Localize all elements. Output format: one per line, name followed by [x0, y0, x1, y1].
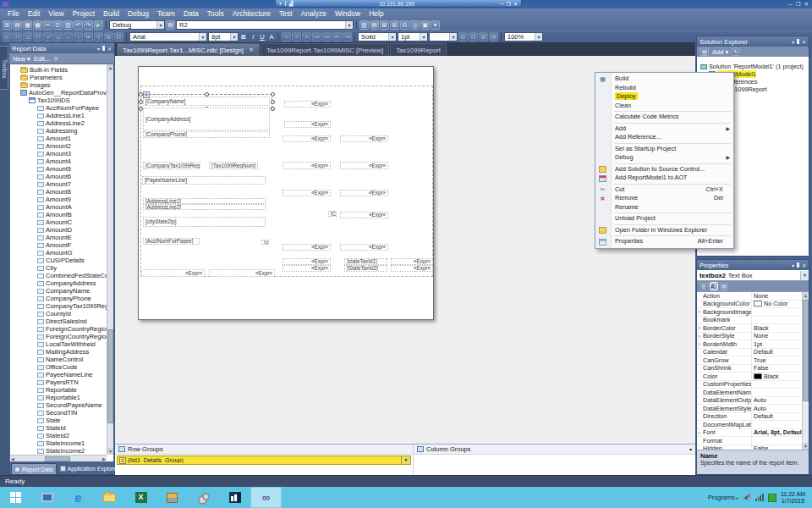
tree-item-officecode[interactable]: OfficeCode [10, 363, 107, 371]
bold-icon[interactable]: B [239, 33, 248, 41]
save-icon[interactable]: ▦ [23, 20, 32, 30]
selection-handle[interactable] [271, 92, 275, 97]
redo-icon[interactable]: ↷ [84, 20, 93, 30]
tree-item-addressline2[interactable]: AddressLine2 [10, 119, 107, 127]
menu-item-open-folder-in-windows-explorer[interactable]: Open Folder in Windows Explorer [595, 226, 733, 235]
property-row-dataelementname[interactable]: DataElementName [697, 389, 802, 397]
add-button[interactable]: Add ▾ [712, 48, 728, 56]
tree-item-addressline1[interactable]: AddressLine1 [10, 112, 107, 119]
internet-explorer-icon[interactable]: e [63, 487, 94, 508]
tree-item-localtaxwithheld[interactable]: LocalTaxWithheld [10, 340, 107, 348]
expression-textbox[interactable]: «Expr» [283, 265, 331, 272]
menu-item-set-as-startup-project[interactable]: Set as StartUp Project [595, 145, 733, 154]
scroll-down-icon[interactable]: ▼ [107, 448, 113, 455]
tree-item-companyphone[interactable]: CompanyPhone [10, 295, 107, 302]
property-value[interactable]: Black [752, 324, 802, 332]
tree-item-stateincome2[interactable]: StateIncome2 [10, 447, 107, 455]
property-value[interactable]: False [752, 364, 802, 372]
property-pages-icon[interactable]: ▤ [720, 282, 728, 290]
rdp-connection-bar[interactable]: ▾ ❙ ▟ 10.191.80.199 ─ ❐ ✕ [275, 0, 522, 8]
properties-icon[interactable]: ▤ [700, 47, 709, 56]
selection-handle[interactable] [271, 107, 275, 111]
menu-item-build[interactable]: ▦Build [595, 75, 733, 84]
tree-item-stateid[interactable]: StateId [10, 424, 107, 432]
tree-item-amounta[interactable]: AmountA [10, 203, 107, 211]
report-page[interactable]: [CompanyName]✛[CompanyAddress][CompanyPh… [138, 66, 434, 320]
tree-item-amount2[interactable]: Amount2 [10, 142, 107, 150]
expand-icon[interactable]: ▷ [697, 325, 703, 330]
property-row-backgroundcolor[interactable]: BackgroundColorNo Color [697, 301, 802, 309]
pin-icon[interactable] [797, 262, 799, 268]
italic-icon[interactable]: I [249, 33, 257, 41]
expression-textbox[interactable]: «Expr» [340, 190, 388, 196]
property-row-bookmark[interactable]: Bookmark [697, 317, 802, 325]
property-row-backgroundimage[interactable]: ▷BackgroundImage [697, 308, 802, 317]
close-icon[interactable]: ✕ [107, 46, 112, 52]
tree-item-built-in-fields[interactable]: Built-in Fields [10, 66, 107, 74]
tree-item-payersrtn[interactable]: PayersRTN [10, 378, 107, 386]
menu-item-rebuild[interactable]: Rebuild [595, 84, 733, 93]
new-item-icon[interactable]: ⊞ [3, 20, 12, 30]
tree-item-amounte[interactable]: AmountE [10, 234, 107, 241]
expand-icon[interactable]: ▷ [697, 309, 703, 314]
selection-handle[interactable] [139, 100, 143, 104]
expression-textbox[interactable]: «Expr» [284, 101, 331, 108]
expression-textbox[interactable]: «Expr» [340, 135, 388, 142]
extensions-icon[interactable]: ▣ [420, 20, 430, 30]
menu-tools[interactable]: Tools [203, 8, 228, 19]
textbox-acctnumforpayee[interactable]: [AcctNumForPayee] [143, 238, 200, 245]
horizontal-scrollbar[interactable]: ◀ ▶ [10, 455, 107, 461]
refresh-icon[interactable]: ↻ [732, 47, 740, 56]
expression-textbox[interactable]: «Expr» [283, 190, 331, 196]
window-restore-button[interactable]: ❐ [796, 1, 801, 8]
close-icon[interactable]: ✕ [802, 39, 806, 45]
visual-studio-icon[interactable]: ∞ [250, 487, 282, 508]
pin-icon[interactable] [102, 46, 105, 51]
property-value[interactable]: False [752, 444, 802, 450]
align-left-icon[interactable]: ≡ [282, 32, 291, 41]
font-name-combo[interactable]: Arial▾ [129, 32, 207, 41]
menu-item-unload-project[interactable]: Unload Project [595, 214, 733, 224]
tree-item-city[interactable]: City [10, 264, 107, 272]
border-color-combo[interactable]: ▾ [429, 32, 458, 41]
chevron-down-icon[interactable]: ▾ [792, 262, 794, 268]
tree-item-amountc[interactable]: AmountC [10, 218, 107, 226]
rdp-pin-icon[interactable]: ❙ [283, 0, 288, 8]
dynamics-ax-icon[interactable] [219, 487, 250, 508]
expression-textbox[interactable]: «Expr» [283, 135, 331, 142]
close-icon[interactable]: ✕ [249, 47, 254, 53]
scroll-right-icon[interactable]: ▶ [102, 456, 106, 461]
expression-textbox[interactable]: «Expr» [209, 269, 275, 277]
vertical-scrollbar[interactable]: ▲ ▼ [107, 64, 113, 455]
start-button[interactable] [0, 487, 31, 508]
solution-item-solution-reportmode[interactable]: Solution 'ReportModel1' (1 project) [697, 63, 809, 70]
tree-item-images[interactable]: Images [10, 81, 107, 89]
start-debug-icon[interactable]: ▶ [94, 20, 103, 30]
menu-item-cut[interactable]: ✂CutCtrl+X [595, 185, 733, 195]
property-value[interactable]: Arial, 8pt, Default, De [752, 428, 802, 436]
expression-textbox[interactable]: «Expr» [283, 244, 331, 251]
bring-to-front-icon[interactable]: ⊞ [104, 32, 113, 41]
object-selector-combo[interactable]: textbox2 Text Box ▾ [697, 270, 809, 281]
tree-item-amount7[interactable]: Amount7 [10, 180, 107, 188]
font-size-combo[interactable]: 8pt▾ [208, 32, 239, 41]
textbox-addressline1[interactable]: [AddressLine1] [143, 198, 266, 204]
document-tab-tax1099report-tax1[interactable]: Tax1099Report.Tax1...MISC.rdlc [Design]✕ [117, 43, 260, 56]
textbox-se[interactable]: [Se [261, 240, 269, 245]
property-value[interactable]: None [752, 332, 802, 340]
menu-team[interactable]: Team [153, 8, 179, 19]
menu-item-add-reference[interactable]: Add Reference... [595, 133, 733, 142]
underline-icon[interactable]: U [258, 33, 266, 41]
copy-icon[interactable]: ⊡ [53, 20, 63, 30]
property-row-borderwidth[interactable]: ▷BorderWidth1pt [697, 340, 802, 349]
tree-item-addressing[interactable]: Addressing [10, 127, 107, 135]
tree-item-amount3[interactable]: Amount3 [10, 150, 107, 157]
expand-icon[interactable]: ▷ [697, 430, 703, 435]
scrollbar-thumb[interactable] [803, 300, 809, 401]
tree-item-acctnumforpayee[interactable]: AcctNumForPayee [10, 104, 107, 112]
property-row-dataelementoutput[interactable]: DataElementOutputAuto [697, 397, 802, 406]
textbox-companyaddress[interactable]: [CompanyAddress] [143, 108, 270, 130]
property-row-font[interactable]: ▷FontArial, 8pt, Default, De [697, 429, 802, 438]
layout-dropdown-icon[interactable]: ▾ [431, 20, 440, 30]
rdp-restore-button[interactable]: ❐ [507, 1, 511, 7]
